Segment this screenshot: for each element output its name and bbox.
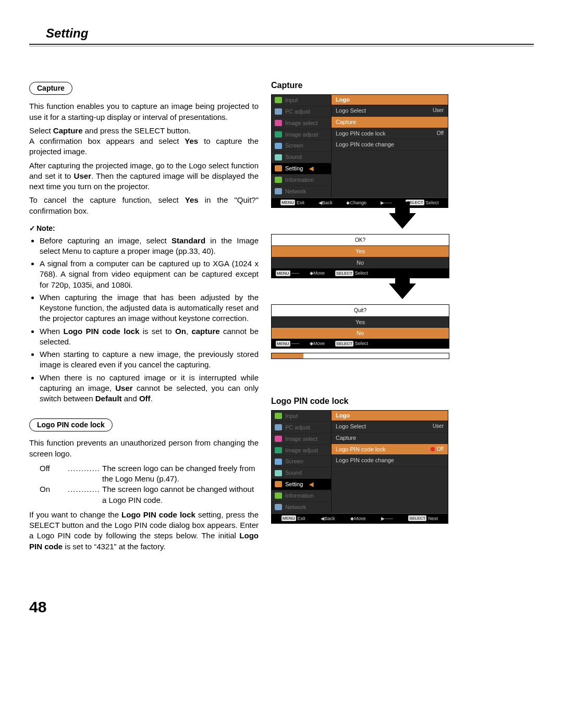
- osd-side-item: Sound: [272, 152, 331, 163]
- pinlock-p2: If you want to change the Logo PIN code …: [29, 510, 259, 552]
- menu-icon: [275, 436, 282, 442]
- dialog-option: No: [272, 257, 449, 268]
- osd-menu-item: Capture: [332, 433, 448, 444]
- menu-icon: [275, 143, 282, 149]
- page-title: Setting: [46, 25, 534, 42]
- osd-pinlock: InputPC adjustImage selectImage adjustSc…: [271, 410, 448, 524]
- osd-foot-segment: ◆Change: [346, 200, 366, 206]
- osd-foot-segment: ◆Move: [350, 515, 365, 522]
- osd-foot-segment: SELECT Select: [406, 200, 438, 206]
- capture-p2: Select Capture and press the SELECT butt…: [29, 126, 259, 157]
- rule-thick: [29, 44, 534, 45]
- note-heading: Note:: [29, 224, 259, 233]
- osd-menu-item: Logo SelectUser: [332, 105, 448, 117]
- dialog-prompt: Quit?: [272, 305, 449, 316]
- pill-pinlock: Logo PIN code lock: [29, 418, 113, 431]
- osd-menu-item: Logo SelectUser: [332, 421, 448, 433]
- pinlock-p1: This function prevents an unauthorized p…: [29, 438, 259, 459]
- osd-side-item: Setting◀: [272, 479, 331, 490]
- osd-foot-segment: ◀Back: [319, 200, 333, 206]
- osd-foot-segment: ▶-----: [381, 200, 392, 206]
- dialog-option: Yes: [272, 245, 449, 257]
- osd-side-item: PC adjust: [272, 422, 331, 434]
- menu-icon: [275, 97, 282, 103]
- osd-foot-segment: MENU Exit: [280, 200, 304, 206]
- fig1-title: Capture: [271, 80, 534, 91]
- caret-icon: ◀: [306, 165, 313, 172]
- capture-p1: This function enables you to capture an …: [29, 101, 259, 122]
- menu-icon: [275, 154, 282, 161]
- menu-icon: [275, 177, 282, 183]
- osd-side-item: Screen: [272, 456, 331, 467]
- key-icon: SELECT: [408, 515, 426, 521]
- osd-side-item: Network: [272, 186, 331, 198]
- key-icon: MENU: [276, 270, 290, 276]
- pinlock-definitions: Off............ The screen logo can be c…: [40, 463, 259, 505]
- osd-foot-segment: ◀Back: [321, 515, 335, 522]
- page-number: 48: [29, 597, 534, 618]
- arrow-down-icon: [389, 213, 416, 229]
- menu-icon: [275, 504, 282, 510]
- dialog-ok: OK? YesNo MENU -----◆MoveSELECT Select: [271, 234, 449, 278]
- key-icon: MENU: [282, 515, 296, 521]
- capture-p4: To cancel the capture function, select Y…: [29, 195, 259, 216]
- menu-icon: [275, 131, 282, 138]
- lock-icon: [431, 447, 435, 451]
- osd-side-item: PC adjust: [272, 106, 331, 118]
- osd-foot-segment: SELECT Next: [408, 515, 438, 522]
- osd-panel-head: Logo: [332, 95, 448, 105]
- osd-side-item: Information: [272, 175, 331, 186]
- menu-icon: [275, 492, 282, 499]
- osd-foot-segment: ▶-----: [381, 515, 393, 522]
- osd-foot-segment: MENU Exit: [282, 515, 305, 522]
- fig2-title: Logo PIN code lock: [271, 396, 534, 407]
- osd-foot-segment: SELECT Select: [335, 340, 368, 347]
- menu-icon: [275, 481, 282, 487]
- osd-side-item: Network: [272, 502, 331, 513]
- pill-capture: Capture: [29, 82, 72, 95]
- osd-foot-segment: MENU -----: [276, 340, 299, 347]
- osd-foot-segment: ◆Move: [310, 340, 325, 347]
- menu-icon: [275, 120, 282, 126]
- dialog-quit: Quit? YesNo MENU -----◆MoveSELECT Select: [271, 304, 449, 349]
- osd-side-item: Sound: [272, 467, 331, 479]
- note-list: Before capturing an image, select Standa…: [29, 236, 259, 404]
- menu-icon: [275, 447, 282, 453]
- menu-icon: [275, 424, 282, 430]
- osd-panel-head: Logo: [332, 411, 448, 421]
- capture-p3: After capturing the projected image, go …: [29, 161, 259, 192]
- osd-side-item: Information: [272, 490, 331, 502]
- osd-foot-segment: SELECT Select: [335, 270, 368, 276]
- dialog-option: No: [272, 327, 449, 339]
- figure-column: Capture InputPC adjustImage selectImage …: [271, 78, 534, 554]
- caret-icon: ◀: [306, 480, 313, 488]
- key-icon: MENU: [276, 341, 290, 347]
- body-text-column: Capture This function enables you to cap…: [29, 78, 259, 554]
- osd-foot-segment: MENU -----: [276, 270, 299, 276]
- osd-menu-item: Logo PIN code lockOff: [332, 128, 448, 140]
- osd-side-item: Screen: [272, 140, 331, 152]
- osd-side-item: Input: [272, 411, 331, 422]
- menu-icon: [275, 413, 282, 419]
- key-icon: SELECT: [335, 341, 353, 347]
- menu-icon: [275, 165, 282, 171]
- menu-icon: [275, 459, 282, 465]
- capture-progress: [271, 353, 449, 359]
- menu-icon: [275, 108, 282, 115]
- osd-side-item: Image select: [272, 434, 331, 445]
- menu-icon: [275, 188, 282, 194]
- osd-side-item: Input: [272, 95, 331, 106]
- osd-menu-item: Logo PIN code change: [332, 455, 448, 466]
- dialog-prompt: OK?: [272, 235, 449, 246]
- osd-side-item: Setting◀: [272, 163, 331, 175]
- osd-side-item: Image adjust: [272, 129, 331, 141]
- osd-capture: InputPC adjustImage selectImage adjustSc…: [271, 94, 448, 208]
- dialog-option: Yes: [272, 316, 449, 328]
- osd-side-item: Image select: [272, 118, 331, 129]
- arrow-down-icon: [389, 283, 416, 299]
- osd-foot-segment: ◆Move: [310, 270, 325, 276]
- menu-icon: [275, 470, 282, 476]
- osd-side-item: Image adjust: [272, 445, 331, 456]
- osd-menu-item: Capture: [332, 117, 448, 128]
- key-icon: MENU: [280, 200, 295, 205]
